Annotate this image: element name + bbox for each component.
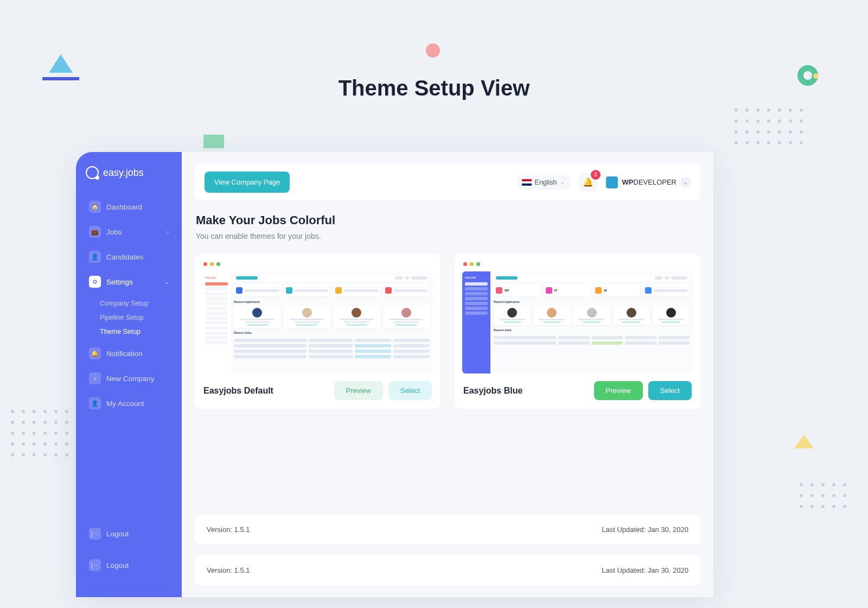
heading: Make Your Jobs Colorful You can enable t… — [195, 211, 700, 243]
chevron-down-icon: ⌄ — [681, 178, 691, 187]
sidebar-item-label: New Company — [106, 375, 155, 383]
briefcase-icon: 💼 — [89, 226, 101, 238]
app-window: easy.jobs 🏠 Dashboard 💼 Jobs › 👤 Candida… — [76, 152, 713, 597]
chevron-right-icon: › — [167, 229, 169, 235]
mac-dots-icon — [202, 261, 433, 271]
sidebar-item-dashboard[interactable]: 🏠 Dashboard — [84, 195, 174, 218]
theme-card-blue: easy.jobs 347 27 14 Recent Applicants — [455, 254, 700, 409]
deco-square-icon — [203, 135, 224, 148]
org-selector[interactable]: WPDEVELOPER ⌄ — [606, 176, 691, 188]
select-button[interactable]: Select — [648, 381, 692, 400]
bell-icon: 🔔 — [89, 347, 101, 359]
mini-stat: 27 — [554, 289, 558, 292]
logout-icon: [→ — [89, 528, 101, 540]
language-label: English — [535, 179, 557, 186]
flag-uk-icon — [522, 179, 532, 186]
sidebar-item-label: Logout — [106, 561, 129, 569]
preview-button[interactable]: Preview — [334, 381, 383, 400]
subnav-pipeline-setup[interactable]: Pipeline Setup — [100, 311, 182, 325]
deco-dot-grid — [800, 483, 846, 508]
notification-button[interactable]: 🔔 3 — [579, 173, 597, 192]
deco-dot-grid — [735, 109, 803, 144]
deco-circle-icon — [426, 43, 440, 58]
person-icon: 👤 — [89, 397, 101, 409]
heading-title: Make Your Jobs Colorful — [196, 213, 699, 227]
preview-button[interactable]: Preview — [594, 381, 643, 400]
subnav-company-setup[interactable]: Company Setup — [100, 296, 182, 311]
sidebar-item-label: Settings — [106, 278, 133, 286]
org-logo-icon — [606, 176, 618, 188]
mini-stat: 14 — [604, 289, 607, 292]
sidebar-item-my-account[interactable]: 👤 My Account — [84, 392, 174, 415]
sidebar-item-jobs[interactable]: 💼 Jobs › — [84, 220, 174, 243]
sidebar-item-label: Candidates — [106, 253, 143, 261]
sidebar-item-candidates[interactable]: 👤 Candidates — [84, 245, 174, 268]
deco-dot-grid — [11, 410, 79, 457]
sidebar-item-label: Logout — [106, 530, 129, 538]
subnav-theme-setup[interactable]: Theme Setup — [100, 325, 182, 339]
home-icon: 🏠 — [89, 201, 101, 213]
org-name: WPDEVELOPER — [622, 178, 676, 186]
brand[interactable]: easy.jobs — [76, 166, 182, 195]
main-content: View Company Page English ⌄ 🔔 3 WPDEVELO… — [182, 152, 713, 597]
theme-grid: easy.jobs Recent Applicants — [195, 254, 700, 409]
sidebar-item-label: My Account — [106, 400, 144, 408]
version-row: Version: 1.5.1 Last Updated: Jan 30, 202… — [195, 555, 700, 585]
sidebar-item-logout[interactable]: [→ Logout — [84, 519, 174, 548]
mini-brand: easy.jobs — [205, 275, 228, 281]
sidebar-item-notification[interactable]: 🔔 Notification — [84, 342, 174, 365]
bell-icon: 🔔 — [583, 177, 593, 187]
sidebar-item-new-company[interactable]: ＋ New Company — [84, 367, 174, 390]
heading-subtitle: You can enable themes for your jobs. — [196, 232, 699, 240]
settings-subnav: Company Setup Pipeline Setup Theme Setup — [76, 295, 182, 342]
deco-triangle-icon — [794, 434, 814, 448]
user-icon: 👤 — [89, 251, 101, 263]
mini-recent-applicants: Recent Applicants — [234, 300, 430, 303]
theme-name: Easyjobs Default — [203, 386, 273, 396]
sidebar-item-label: Notification — [106, 350, 143, 358]
view-company-page-button[interactable]: View Company Page — [205, 172, 290, 193]
version-label: Version: 1.5.1 — [207, 525, 250, 534]
mini-brand: easy.jobs — [465, 275, 488, 281]
sidebar-nav-lower: 🔔 Notification ＋ New Company 👤 My Accoun… — [76, 342, 182, 417]
notification-badge: 3 — [591, 170, 601, 180]
mini-recent-jobs: Recent Jobs — [494, 328, 690, 332]
plus-icon: ＋ — [89, 372, 101, 384]
logout-icon: [→ — [89, 559, 101, 571]
sidebar: easy.jobs 🏠 Dashboard 💼 Jobs › 👤 Candida… — [76, 152, 182, 597]
sidebar-item-label: Jobs — [106, 228, 122, 236]
mini-recent-jobs: Recent Jobs — [234, 331, 430, 334]
sidebar-item-settings[interactable]: ⚙ Settings ⌄ — [84, 270, 174, 293]
theme-name: Easyjobs Blue — [463, 386, 522, 396]
language-selector[interactable]: English ⌄ — [516, 175, 570, 189]
page-title: Theme Setup View — [0, 76, 868, 100]
mini-recent-applicants: Recent Applicants — [494, 300, 690, 303]
brand-name: easy.jobs — [103, 167, 144, 179]
deco-triangle-icon — [49, 54, 73, 73]
sidebar-footer: [→ Logout [→ Logout — [76, 510, 182, 597]
sidebar-item-label: Dashboard — [106, 203, 142, 211]
theme-preview-default: easy.jobs Recent Applicants — [202, 271, 433, 373]
brand-logo-icon — [86, 166, 99, 179]
version-label: Version: 1.5.1 — [207, 566, 250, 574]
last-updated-label: Last Updated: Jan 30, 2020 — [602, 525, 688, 534]
sidebar-nav: 🏠 Dashboard 💼 Jobs › 👤 Candidates ⚙ Sett… — [76, 195, 182, 295]
theme-card-default: easy.jobs Recent Applicants — [195, 254, 441, 409]
last-updated-label: Last Updated: Jan 30, 2020 — [602, 566, 688, 574]
sidebar-item-logout[interactable]: [→ Logout — [84, 550, 174, 580]
chevron-down-icon: ⌄ — [164, 279, 169, 285]
gear-icon: ⚙ — [89, 276, 101, 288]
version-row: Version: 1.5.1 Last Updated: Jan 30, 202… — [195, 515, 700, 544]
chevron-down-icon: ⌄ — [560, 180, 565, 185]
mini-stat: 347 — [505, 289, 509, 292]
theme-preview-blue: easy.jobs 347 27 14 Recent Applicants — [462, 271, 693, 373]
select-button[interactable]: Select — [388, 381, 432, 400]
topbar: View Company Page English ⌄ 🔔 3 WPDEVELO… — [195, 164, 700, 200]
mac-dots-icon — [462, 261, 693, 271]
